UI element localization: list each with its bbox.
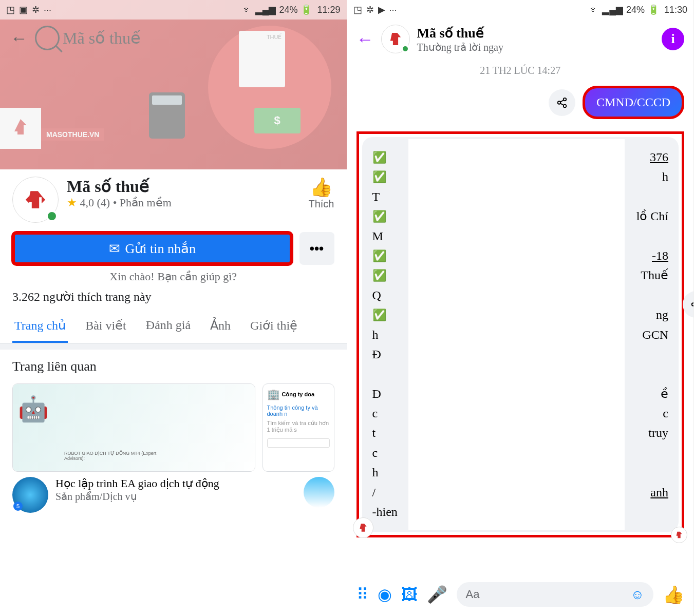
related-item-type: Sản phẩm/Dịch vụ bbox=[55, 490, 286, 503]
clock: 11:30 bbox=[664, 5, 687, 15]
received-left-col: ✅✅T✅M✅✅Q✅hĐ Đctch/-hien bbox=[372, 147, 403, 522]
received-message-highlight: ✅✅T✅M✅✅Q✅hĐ Đctch/-hien 376h lồ Chí -18T… bbox=[357, 131, 685, 537]
send-message-label: Gửi tin nhắn bbox=[125, 241, 196, 257]
search-icon[interactable] bbox=[35, 26, 60, 50]
tab-home[interactable]: Trang chủ bbox=[12, 310, 68, 343]
related-item-2-avatar[interactable] bbox=[304, 477, 334, 508]
back-arrow-icon[interactable]: ← bbox=[10, 28, 28, 48]
page-title: Mã số thuế bbox=[67, 177, 300, 196]
svg-point-6 bbox=[692, 303, 694, 306]
battery-percent: 24% bbox=[626, 5, 645, 15]
page-rating: 4,0 (4) bbox=[80, 196, 110, 209]
svg-point-2 bbox=[564, 104, 567, 107]
more-actions-button[interactable]: ••• bbox=[299, 232, 334, 265]
seen-avatar bbox=[671, 527, 687, 543]
related-card-1[interactable]: 🤖 ROBOT GIAO DỊCH TỰ ĐỘNG MT4 (Expert Ad… bbox=[12, 383, 255, 472]
more-notifications-icon: ··· bbox=[389, 5, 397, 15]
more-notifications-icon: ··· bbox=[44, 5, 51, 15]
facebook-page-screenshot: THUẾ $ MASOTHUE.VN ◳ ▣ ✲ ··· ᯤ ▂▄▆ 24% 🔋… bbox=[0, 0, 347, 616]
star-icon: ★ bbox=[67, 196, 77, 209]
share-icon[interactable] bbox=[549, 89, 575, 116]
fan-icon: ✲ bbox=[32, 4, 40, 15]
input-placeholder: Aa bbox=[466, 588, 480, 601]
info-icon[interactable]: i bbox=[662, 28, 684, 50]
battery-icon: 🔋 bbox=[648, 4, 659, 15]
back-arrow-icon[interactable]: ← bbox=[357, 29, 374, 49]
online-status-dot bbox=[46, 210, 58, 222]
signal-icon: ▂▄▆ bbox=[255, 4, 276, 15]
tab-about[interactable]: Giới thiệ bbox=[248, 310, 299, 343]
tab-reviews[interactable]: Đánh giá bbox=[144, 310, 193, 343]
like-thumb-icon[interactable]: 👍 bbox=[308, 177, 334, 198]
svg-line-3 bbox=[560, 100, 564, 102]
svg-point-1 bbox=[558, 101, 561, 104]
received-message-bubble[interactable]: ✅✅T✅M✅✅Q✅hĐ Đctch/-hien 376h lồ Chí -18T… bbox=[362, 137, 679, 532]
greeting-text: Xin chào! Bạn cần giúp gì? bbox=[0, 270, 347, 283]
tab-posts[interactable]: Bài viết bbox=[83, 310, 128, 343]
gallery-icon[interactable]: 🖼 bbox=[401, 585, 418, 604]
thumbs-up-icon[interactable]: 👍 bbox=[663, 584, 684, 605]
apps-icon[interactable]: ⠿ bbox=[357, 585, 368, 604]
bubble-avatar bbox=[353, 517, 373, 538]
wifi-icon: ᯤ bbox=[590, 5, 599, 15]
chat-timestamp: 21 TH2 LÚC 14:27 bbox=[357, 65, 685, 76]
online-status-dot bbox=[401, 45, 409, 53]
related-pages-title: Trang liên quan bbox=[0, 350, 347, 383]
mic-icon[interactable]: 🎤 bbox=[427, 585, 447, 604]
like-label: Thích bbox=[308, 198, 334, 210]
related-item-name[interactable]: Học lập trình EA giao dịch tự động bbox=[55, 477, 286, 490]
messenger-screenshot: ◳ ✲ ▶ ··· ᯤ ▂▄▆ 24% 🔋 11:30 ← Mã số thuế… bbox=[347, 0, 695, 616]
battery-percent: 24% bbox=[279, 5, 297, 15]
clock: 11:29 bbox=[317, 5, 340, 15]
related-card-2-header: Công ty doa bbox=[282, 391, 315, 397]
messenger-icon: ✉ bbox=[109, 241, 120, 257]
notification-icon: ◳ bbox=[353, 4, 362, 15]
message-input[interactable]: Aa ☺ bbox=[457, 582, 654, 607]
message-input-row: ⠿ ◉ 🖼 🎤 Aa ☺ 👍 bbox=[347, 577, 694, 616]
notification-icon: ◳ bbox=[6, 4, 15, 15]
chat-body: 21 TH2 LÚC 14:27 CMND/CCCD ✅✅T✅M✅✅Q✅hĐ Đ… bbox=[347, 59, 694, 577]
building-icon: 🏢 bbox=[267, 388, 280, 400]
image-icon: ▣ bbox=[19, 4, 28, 15]
related-card-2-line2: Tìm kiếm và tra cứu hơn 1 triệu mã s bbox=[267, 420, 330, 433]
related-card-2-line1: Thông tin công ty và doanh n bbox=[267, 405, 330, 417]
share-icon[interactable] bbox=[683, 291, 694, 318]
youtube-icon: ▶ bbox=[378, 4, 385, 15]
fan-icon: ✲ bbox=[366, 4, 374, 15]
status-bar-right: ◳ ✲ ▶ ··· ᯤ ▂▄▆ 24% 🔋 11:30 bbox=[347, 0, 694, 20]
related-item-avatar[interactable]: 5 bbox=[12, 477, 48, 513]
status-bar-left: ◳ ▣ ✲ ··· ᯤ ▂▄▆ 24% 🔋 11:29 bbox=[0, 0, 347, 20]
page-avatar[interactable] bbox=[12, 177, 59, 223]
camera-icon[interactable]: ◉ bbox=[378, 585, 392, 604]
related-card-1-image: 🤖 ROBOT GIAO DỊCH TỰ ĐỘNG MT4 (Expert Ad… bbox=[13, 384, 255, 471]
wifi-icon: ᯤ bbox=[243, 5, 252, 15]
send-message-button[interactable]: ✉ Gửi tin nhắn bbox=[12, 232, 292, 265]
page-tabs: Trang chủ Bài viết Đánh giá Ảnh Giới thi… bbox=[0, 310, 347, 343]
svg-point-0 bbox=[564, 98, 567, 101]
signal-icon: ▂▄▆ bbox=[602, 4, 623, 15]
messenger-header: ← Mã số thuế Thường trả lời ngay i bbox=[347, 20, 694, 59]
cover-photo: THUẾ $ MASOTHUE.VN ◳ ▣ ✲ ··· ᯤ ▂▄▆ 24% 🔋… bbox=[0, 0, 347, 169]
chat-subtitle: Thường trả lời ngay bbox=[417, 41, 503, 53]
sent-message-bubble[interactable]: CMND/CCCD bbox=[583, 86, 684, 119]
search-placeholder[interactable]: Mã số thuế bbox=[63, 28, 141, 48]
emoji-icon[interactable]: ☺ bbox=[630, 587, 644, 603]
tab-photos[interactable]: Ảnh bbox=[208, 310, 233, 343]
redaction-overlay bbox=[408, 139, 625, 530]
related-card-2[interactable]: 🏢 Công ty doa Thông tin công ty và doanh… bbox=[262, 383, 334, 472]
svg-line-4 bbox=[560, 103, 564, 105]
likes-count-line: 3.262 người thích trang này bbox=[0, 283, 347, 310]
page-category: Phần mềm bbox=[120, 196, 172, 209]
battery-icon: 🔋 bbox=[301, 4, 312, 15]
chat-title: Mã số thuế bbox=[417, 25, 503, 41]
chat-avatar[interactable] bbox=[381, 25, 410, 53]
